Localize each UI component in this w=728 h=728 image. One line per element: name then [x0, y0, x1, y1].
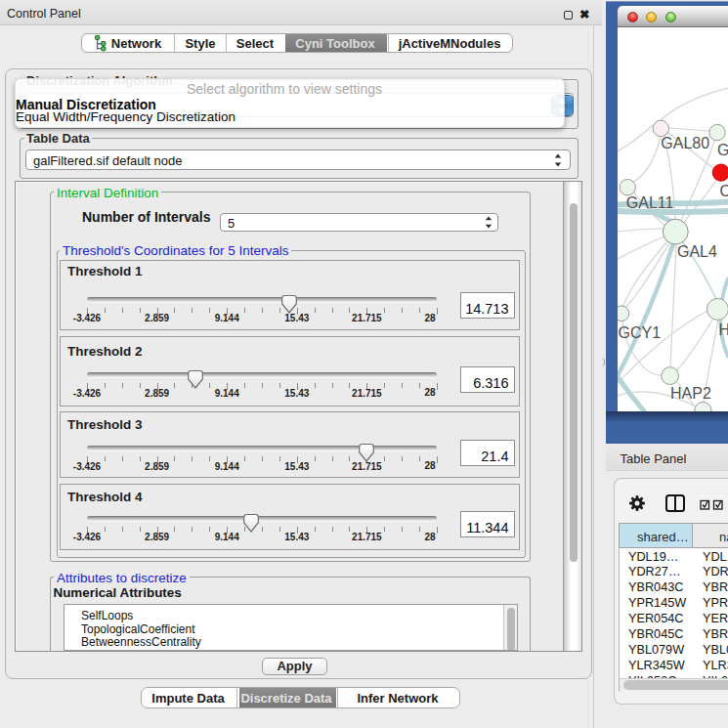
svg-text:H: H	[718, 321, 728, 338]
svg-text:GA: GA	[717, 142, 728, 158]
svg-text:GAL11: GAL11	[625, 194, 673, 211]
svg-text:HAP2: HAP2	[670, 385, 711, 402]
svg-text:GCY1: GCY1	[618, 324, 661, 341]
svg-text:GAL80: GAL80	[661, 135, 709, 151]
svg-text:C: C	[719, 183, 728, 199]
svg-text:GAL4: GAL4	[677, 243, 717, 260]
